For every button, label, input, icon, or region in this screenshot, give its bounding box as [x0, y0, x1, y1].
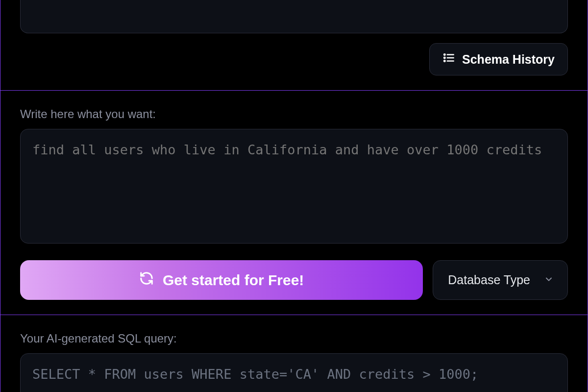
svg-point-2: [444, 60, 445, 62]
sql-output[interactable]: SELECT * FROM users WHERE state='CA' AND…: [20, 353, 568, 392]
svg-point-0: [444, 54, 445, 55]
get-started-button[interactable]: Get started for Free!: [20, 260, 423, 300]
sql-output-text: SELECT * FROM users WHERE state='CA' AND…: [32, 367, 478, 382]
output-section-label: Your AI-generated SQL query:: [20, 332, 568, 345]
schema-input-panel[interactable]: [20, 0, 568, 33]
svg-point-1: [444, 57, 445, 59]
refresh-icon: [139, 271, 154, 289]
input-section-label: Write here what you want:: [20, 107, 568, 121]
query-description-input[interactable]: [20, 129, 568, 244]
database-type-select[interactable]: Database Type: [433, 260, 568, 300]
list-icon: [442, 51, 455, 67]
schema-history-label: Schema History: [462, 52, 555, 67]
schema-history-button[interactable]: Schema History: [429, 43, 568, 75]
cta-label: Get started for Free!: [163, 272, 304, 289]
database-type-label: Database Type: [448, 273, 530, 287]
chevron-down-icon: [544, 273, 554, 287]
